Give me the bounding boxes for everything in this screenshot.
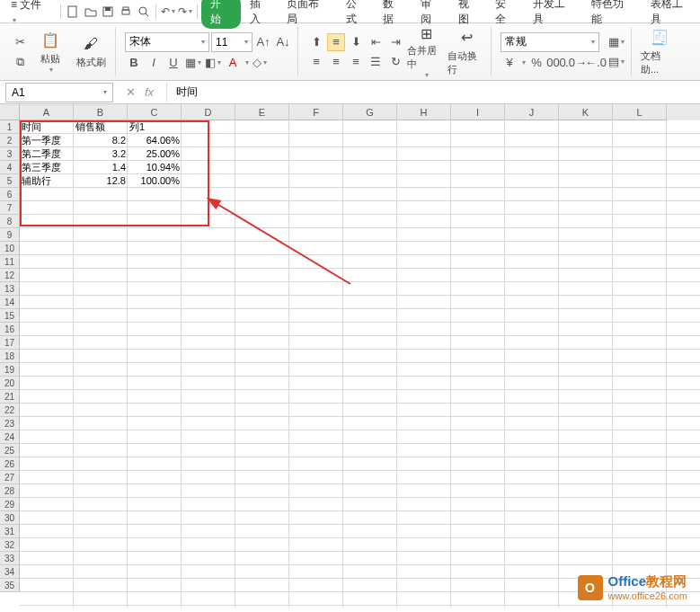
column-header[interactable]: D [182,104,235,120]
column-header[interactable]: E [235,104,289,120]
clear-format-icon[interactable]: ◇▾ [251,54,269,72]
column-header[interactable]: B [74,104,128,120]
column-header[interactable]: G [343,104,397,120]
save-icon[interactable] [101,4,117,20]
paste-button[interactable]: 📋 粘贴▾ [31,27,69,77]
cancel-icon[interactable]: ✕ [126,85,136,99]
cut-icon[interactable]: ✂ [11,33,29,51]
row-header[interactable]: 2 [0,134,20,147]
align-bottom-icon[interactable]: ⬇ [347,33,365,51]
row-header[interactable]: 35 [0,579,20,592]
align-middle-icon[interactable]: ≡ [327,33,345,51]
row-header[interactable]: 29 [0,498,20,511]
bold-icon[interactable]: B [125,54,143,72]
border-icon[interactable]: ▦▾ [184,54,202,72]
increase-decimal-icon[interactable]: .0→ [567,54,585,72]
row-header[interactable]: 28 [0,484,20,498]
select-all-corner[interactable] [0,104,20,120]
column-header[interactable]: C [128,104,182,120]
open-icon[interactable] [83,4,99,20]
tab-data[interactable]: 数据 [376,0,412,29]
indent-decrease-icon[interactable]: ⇤ [367,33,385,51]
cell[interactable]: 10.94% [128,161,182,174]
cell[interactable]: 辅助行 [20,174,74,188]
align-top-icon[interactable]: ⬆ [307,33,325,51]
name-box[interactable]: A1▾ [5,83,113,102]
row-header[interactable]: 17 [0,336,20,350]
column-header[interactable]: A [20,104,74,120]
decrease-font-icon[interactable]: A↓ [274,33,292,51]
orientation-icon[interactable]: ↻ [386,53,404,71]
font-color-icon[interactable]: A [224,54,242,72]
merge-center-button[interactable]: ⊞ 合并居中▾ [407,27,445,77]
row-header[interactable]: 14 [0,296,20,309]
comma-icon[interactable]: 000 [547,54,565,72]
cell[interactable]: 时间 [20,120,74,134]
table-style-icon[interactable]: ▤▾ [607,53,625,71]
fill-color-icon[interactable]: ◧▾ [204,54,222,72]
tab-insert[interactable]: 插入 [243,0,279,29]
cell[interactable]: 64.06% [128,134,182,147]
row-header[interactable]: 10 [0,242,20,255]
increase-font-icon[interactable]: A↑ [254,33,272,51]
cell[interactable]: 8.2 [74,134,128,147]
font-size-combo[interactable]: 11▾ [211,32,253,52]
tab-formula[interactable]: 公式 [339,0,375,29]
row-header[interactable]: 3 [0,147,20,161]
row-header[interactable]: 19 [0,363,20,377]
row-header[interactable]: 16 [0,323,20,336]
cells-area[interactable]: 时间销售额列1第一季度8.264.06%第二季度3.225.00%第三季度1.4… [20,120,700,608]
decrease-decimal-icon[interactable]: ←.0 [587,54,605,72]
column-header[interactable]: J [505,104,559,120]
cell[interactable]: 销售额 [74,120,128,134]
number-format-combo[interactable]: 常规▾ [501,32,599,52]
row-header[interactable]: 32 [0,538,20,552]
tab-devtools[interactable]: 开发工具 [526,0,582,29]
tab-pagelayout[interactable]: 页面布局 [279,0,336,29]
column-header[interactable]: I [451,104,505,120]
tab-security[interactable]: 安全 [488,0,524,29]
row-header[interactable]: 6 [0,188,20,201]
cell[interactable]: 第二季度 [20,147,74,161]
row-header[interactable]: 23 [0,417,20,430]
print-icon[interactable] [118,4,134,20]
formula-input[interactable] [166,83,700,102]
cond-format-icon[interactable]: ▦▾ [607,33,625,51]
row-header[interactable]: 31 [0,525,20,538]
row-header[interactable]: 30 [0,511,20,525]
cell[interactable]: 第三季度 [20,161,74,174]
row-header[interactable]: 27 [0,471,20,484]
cell[interactable]: 3.2 [74,147,128,161]
redo-icon[interactable]: ↷▾ [177,4,193,20]
row-header[interactable]: 34 [0,565,20,579]
align-left-icon[interactable]: ≡ [307,53,325,71]
cell[interactable]: 第一季度 [20,134,74,147]
row-header[interactable]: 11 [0,255,20,269]
cell[interactable]: 1.4 [74,161,128,174]
row-header[interactable]: 5 [0,174,20,188]
indent-increase-icon[interactable]: ⇥ [386,33,404,51]
font-name-combo[interactable]: 宋体▾ [125,32,209,52]
row-header[interactable]: 4 [0,161,20,174]
cell[interactable]: 12.8 [74,174,128,188]
fx-icon[interactable]: fx [145,85,154,99]
doc-assistant-button[interactable]: 🧾 文档助... [641,27,678,77]
new-icon[interactable] [65,4,81,20]
currency-icon[interactable]: ¥ [501,54,518,72]
align-right-icon[interactable]: ≡ [347,53,365,71]
underline-icon[interactable]: U [164,54,182,72]
row-header[interactable]: 20 [0,377,20,390]
row-header[interactable]: 26 [0,457,20,471]
row-header[interactable]: 9 [0,228,20,242]
undo-icon[interactable]: ↶▾ [160,4,176,20]
row-header[interactable]: 24 [0,430,20,444]
tab-tabletools[interactable]: 表格工具 [643,0,700,29]
tab-special[interactable]: 特色功能 [584,0,641,29]
copy-icon[interactable]: ⧉ [11,53,29,71]
cell[interactable]: 100.00% [128,174,182,188]
column-header[interactable]: K [559,104,613,120]
row-header[interactable]: 8 [0,215,20,228]
column-header[interactable]: L [613,104,667,120]
row-header[interactable]: 33 [0,552,20,565]
preview-icon[interactable] [136,4,152,20]
